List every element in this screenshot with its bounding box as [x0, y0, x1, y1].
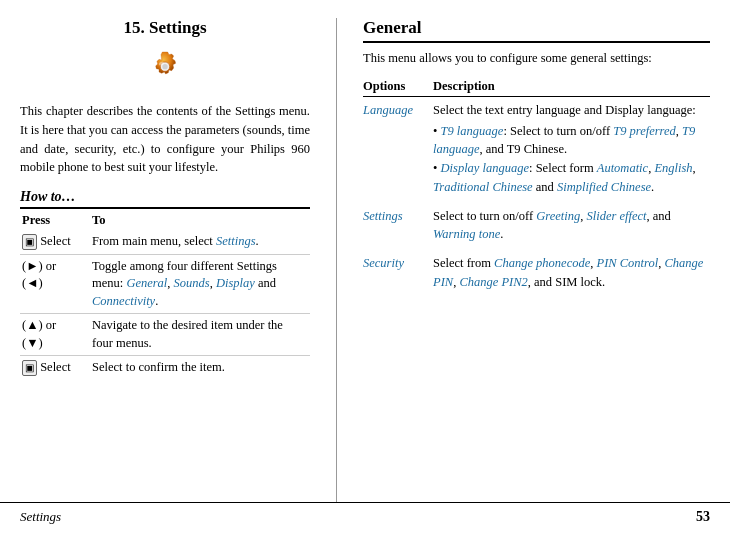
settings-option-label: Settings [363, 209, 403, 223]
column-divider [336, 18, 337, 502]
change-phonecode-link: Change phonecode [494, 256, 590, 270]
left-column: 15. Settings [20, 18, 310, 502]
options-table: Options Description Language Select the … [363, 76, 710, 298]
table-row: (►) or(◄) Toggle among four different Se… [20, 254, 310, 314]
option-label-cell: Security [363, 250, 433, 298]
table-row: Settings Select to turn on/off Greeting,… [363, 203, 710, 251]
bullet-display-language: Display language: Select form Automatic,… [433, 159, 710, 197]
language-option-label: Language [363, 103, 413, 117]
table-row: ▣ Select From main menu, select Settings… [20, 230, 310, 254]
change-pin2-link: Change PIN2 [459, 275, 527, 289]
table-row: Security Select from Change phonecode, P… [363, 250, 710, 298]
connectivity-link: Connectivity [92, 294, 155, 308]
language-description: Select the text entry language and Displ… [433, 96, 710, 202]
chapter-description: This chapter describes the contents of t… [20, 102, 310, 177]
table-row: (▲) or(▼) Navigate to the desired item u… [20, 314, 310, 356]
updown-key-label: (▲) or(▼) [22, 318, 56, 350]
press-cell: (▲) or(▼) [20, 314, 90, 356]
press-cell: (►) or(◄) [20, 254, 90, 314]
footer-page-number: 53 [696, 509, 710, 525]
how-to-heading: How to… [20, 189, 310, 209]
to-cell: Select to confirm the item. [90, 356, 310, 380]
section-title: General [363, 18, 710, 43]
sounds-link: Sounds [174, 276, 210, 290]
general-link: General [126, 276, 167, 290]
select-key-icon2: ▣ [22, 360, 37, 376]
slider-effect-link: Slider effect [586, 209, 646, 223]
security-option-label: Security [363, 256, 404, 270]
right-column: General This menu allows you to configur… [363, 18, 710, 502]
to-cell: Toggle among four different Settings men… [90, 254, 310, 314]
table-row: ▣ Select Select to confirm the item. [20, 356, 310, 380]
press-table: Press To ▣ Select From main menu, select… [20, 209, 310, 380]
select-key-icon: ▣ [22, 234, 37, 250]
desc-col-header: Description [433, 76, 710, 97]
settings-description: Select to turn on/off Greeting, Slider e… [433, 203, 710, 251]
press-col-header: Press [20, 209, 90, 230]
traditional-chinese-link: Traditional Chinese [433, 180, 533, 194]
page: 15. Settings [0, 0, 730, 533]
bullet-t9-language: T9 language: Select to turn on/off T9 pr… [433, 122, 710, 160]
gear-icon-container [20, 48, 310, 92]
section-intro: This menu allows you to configure some g… [363, 49, 710, 68]
pin-control-link: PIN Control [597, 256, 659, 270]
press-cell: ▣ Select [20, 356, 90, 380]
to-cell: Navigate to the desired item under the f… [90, 314, 310, 356]
to-cell: From main menu, select Settings. [90, 230, 310, 254]
content-area: 15. Settings [0, 0, 730, 502]
security-description: Select from Change phonecode, PIN Contro… [433, 250, 710, 298]
nav-key-label: (►) or(◄) [22, 259, 56, 291]
footer-left-label: Settings [20, 509, 61, 525]
display-link: Display [216, 276, 255, 290]
t9-preferred-link: T9 preferred [613, 124, 676, 138]
gear-icon [145, 48, 185, 88]
options-col-header: Options [363, 76, 433, 97]
option-label-cell: Language [363, 96, 433, 202]
chapter-title: 15. Settings [20, 18, 310, 38]
svg-point-1 [162, 64, 167, 69]
greeting-link: Greeting [536, 209, 580, 223]
press-cell: ▣ Select [20, 230, 90, 254]
simplified-chinese-link: Simplified Chinese [557, 180, 651, 194]
automatic-link: Automatic [597, 161, 648, 175]
english-link: English [654, 161, 692, 175]
option-label-cell: Settings [363, 203, 433, 251]
footer: Settings 53 [0, 502, 730, 533]
table-row: Language Select the text entry language … [363, 96, 710, 202]
warning-tone-link: Warning tone [433, 227, 500, 241]
to-col-header: To [90, 209, 310, 230]
display-language-link: Display language [441, 161, 530, 175]
language-bullet-list: T9 language: Select to turn on/off T9 pr… [433, 122, 710, 197]
settings-link: Settings [216, 234, 256, 248]
t9-language-link: T9 language [441, 124, 504, 138]
